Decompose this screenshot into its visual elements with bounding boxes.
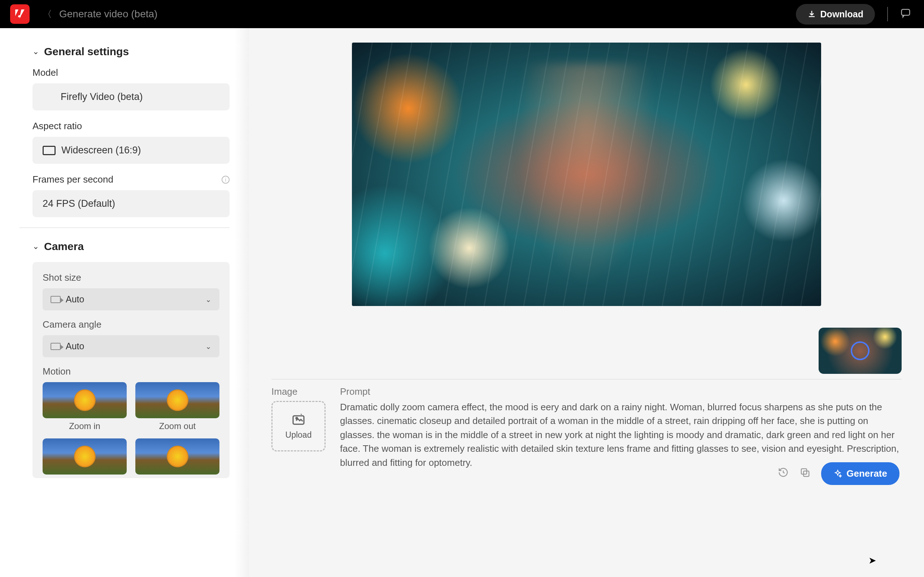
motion-item-label: Zoom in xyxy=(69,421,100,431)
ratio-icon xyxy=(43,146,56,155)
camera-icon xyxy=(50,296,61,303)
shot-size-select[interactable]: Auto ⌄ xyxy=(43,288,219,310)
download-button[interactable]: Download xyxy=(796,4,875,24)
settings-sidebar: ⌄ General settings Model Firefly Video (… xyxy=(0,28,249,577)
camera-section-header[interactable]: ⌄ Camera xyxy=(32,240,229,253)
image-column-label: Image xyxy=(271,386,326,397)
back-chevron-icon[interactable]: 〈 xyxy=(43,8,52,21)
fps-label: Frames per second i xyxy=(32,174,229,185)
motion-thumbnail xyxy=(43,438,127,474)
sparkle-icon xyxy=(834,469,842,478)
motion-zoom-in[interactable]: Zoom in xyxy=(43,382,127,431)
model-value: Firefly Video (beta) xyxy=(61,91,143,103)
general-settings-header[interactable]: ⌄ General settings xyxy=(32,45,229,58)
chevron-down-icon: ⌄ xyxy=(205,295,211,304)
chevron-down-icon: ⌄ xyxy=(32,47,39,56)
motion-zoom-out[interactable]: Zoom out xyxy=(135,382,219,431)
fps-select[interactable]: 24 FPS (Default) xyxy=(32,190,229,217)
generate-label: Generate xyxy=(847,468,887,479)
camera-title: Camera xyxy=(44,240,84,253)
info-icon[interactable]: i xyxy=(222,176,229,184)
camera-angle-label: Camera angle xyxy=(43,319,219,330)
model-select[interactable]: Firefly Video (beta) xyxy=(32,83,229,110)
layers-icon[interactable] xyxy=(800,467,810,480)
motion-label: Motion xyxy=(43,366,219,377)
divider xyxy=(271,379,901,380)
aspect-ratio-value: Widescreen (16:9) xyxy=(61,145,141,156)
history-icon[interactable] xyxy=(778,467,789,480)
separator xyxy=(887,7,888,21)
prompt-column-label: Prompt xyxy=(340,386,901,397)
shot-size-label: Shot size xyxy=(43,272,219,283)
divider xyxy=(19,227,229,228)
upload-label: Upload xyxy=(285,430,312,440)
adobe-logo[interactable] xyxy=(10,4,30,24)
prompt-panel: Image Upload Prompt Dramatic dolly zoom … xyxy=(260,320,913,488)
video-preview[interactable] xyxy=(352,43,821,306)
motion-thumbnail xyxy=(135,382,219,418)
prompt-text[interactable]: Dramatic dolly zoom camera effect, the m… xyxy=(340,400,901,469)
image-upload-button[interactable]: Upload xyxy=(271,401,326,451)
reference-thumbnail[interactable] xyxy=(819,328,901,374)
page-title: Generate video (beta) xyxy=(59,8,157,20)
camera-icon xyxy=(50,343,61,350)
motion-option[interactable] xyxy=(135,438,219,474)
comment-icon[interactable] xyxy=(900,8,911,21)
upload-icon xyxy=(290,413,307,427)
model-label: Model xyxy=(32,67,229,78)
camera-angle-value: Auto xyxy=(66,341,84,351)
download-icon xyxy=(808,10,816,18)
general-settings-title: General settings xyxy=(44,45,129,58)
app-header: 〈 Generate video (beta) Download xyxy=(0,0,924,28)
camera-panel: Shot size Auto ⌄ Camera angle Auto ⌄ Mot… xyxy=(32,262,229,478)
svg-rect-0 xyxy=(901,10,910,15)
motion-thumbnail xyxy=(135,438,219,474)
aspect-ratio-select[interactable]: Widescreen (16:9) xyxy=(32,137,229,164)
main-content: Image Upload Prompt Dramatic dolly zoom … xyxy=(249,28,924,577)
chevron-down-icon: ⌄ xyxy=(32,242,39,251)
download-label: Download xyxy=(821,9,863,19)
chevron-down-icon: ⌄ xyxy=(205,342,211,351)
shot-size-value: Auto xyxy=(66,294,84,305)
cursor-icon: ➤ xyxy=(868,555,876,566)
aspect-ratio-label: Aspect ratio xyxy=(32,121,229,132)
motion-option[interactable] xyxy=(43,438,127,474)
motion-thumbnail xyxy=(43,382,127,418)
camera-angle-select[interactable]: Auto ⌄ xyxy=(43,335,219,357)
generate-button[interactable]: Generate xyxy=(821,462,900,485)
fps-value: 24 FPS (Default) xyxy=(43,198,115,209)
svg-point-2 xyxy=(296,417,297,419)
motion-item-label: Zoom out xyxy=(159,421,196,431)
